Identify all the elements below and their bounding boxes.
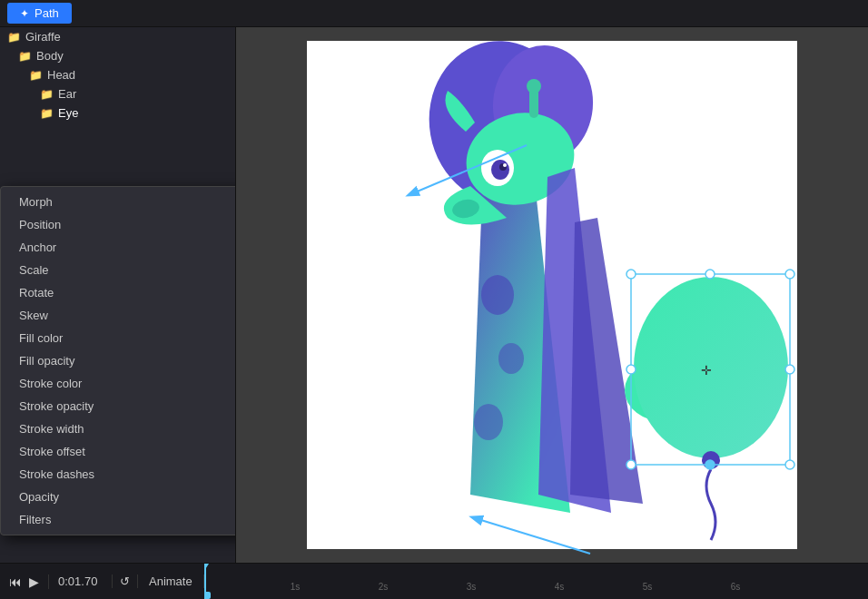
svg-point-24 <box>626 270 636 279</box>
ctx-fill-color[interactable]: Fill color ⇧ C <box>1 327 236 349</box>
tree-ear[interactable]: 📁 Ear <box>0 84 235 103</box>
eye-folder-icon: 📁 <box>40 107 54 120</box>
ctx-stroke-offset-label: Stroke offset <box>19 445 85 458</box>
canvas: ✛ <box>307 41 797 549</box>
timeline: ⏮ ▶ 0:01.70 ↺ Animate 1s 2s 3s 4s 5s 6s <box>0 563 868 599</box>
ctx-scale-label: Scale <box>19 263 49 277</box>
ruler-mark-5s: 5s <box>643 582 653 592</box>
ctx-opacity-label: Opacity <box>19 490 59 504</box>
svg-point-19 <box>498 343 524 374</box>
svg-point-30 <box>626 365 636 374</box>
ctx-fill-opacity-label: Fill opacity <box>19 354 74 368</box>
svg-point-25 <box>785 270 794 279</box>
ctx-filters-label: Filters <box>19 513 51 526</box>
tree-eye[interactable]: 📁 Eye <box>0 103 235 123</box>
ctx-stroke-opacity-label: Stroke opacity <box>19 399 94 413</box>
ctx-anchor[interactable]: Anchor ⇧ A <box>1 236 236 259</box>
ctx-stroke-offset[interactable]: Stroke offset ⇧ F <box>1 440 236 463</box>
svg-point-8 <box>491 160 509 180</box>
ctx-opacity[interactable]: Opacity ⇧ O <box>1 486 236 508</box>
ctx-filters[interactable]: Filters ⇧ L <box>1 508 236 531</box>
ctx-rotate-label: Rotate <box>19 286 54 300</box>
ctx-rotate[interactable]: Rotate ⇧ R <box>1 281 236 304</box>
svg-point-31 <box>785 365 794 374</box>
svg-point-10 <box>503 163 507 167</box>
main-area: 📁 Giraffe 📁 Body 📁 Head 📁 Ear 📁 Eye Morp… <box>0 27 868 563</box>
path-tab[interactable]: ✦ Path <box>7 3 72 24</box>
ruler: 1s 2s 3s 4s 5s 6s <box>204 564 868 599</box>
svg-point-18 <box>481 275 514 315</box>
ctx-stroke-width-label: Stroke width <box>19 422 84 436</box>
ctx-morph[interactable]: Morph ⇧ M <box>1 191 236 213</box>
ruler-mark-2s: 2s <box>379 582 389 592</box>
svg-point-13 <box>527 79 541 93</box>
svg-point-27 <box>785 460 794 469</box>
ruler-mark-1s: 1s <box>291 582 301 592</box>
giraffe-scene: ✛ <box>307 41 797 549</box>
canvas-area: ✛ <box>236 27 868 563</box>
head-folder-icon: 📁 <box>29 69 43 82</box>
ctx-morph-label: Morph <box>19 195 53 209</box>
svg-point-28 <box>705 270 715 279</box>
tree-head[interactable]: 📁 Head <box>0 65 235 84</box>
ctx-position[interactable]: Position ⇧ P <box>1 213 236 236</box>
ctx-scale[interactable]: Scale ⇧ S <box>1 259 236 281</box>
svg-text:✛: ✛ <box>701 363 712 378</box>
ruler-mark-6s: 6s <box>731 582 741 592</box>
ctx-stroke-color[interactable]: Stroke color ⇧ B <box>1 372 236 395</box>
play-button[interactable]: ▶ <box>29 574 39 589</box>
path-icon: ✦ <box>20 7 29 20</box>
timecode: 0:01.70 <box>49 574 113 588</box>
ctx-skew-label: Skew <box>19 309 48 322</box>
transport-controls: ⏮ ▶ <box>0 574 49 589</box>
context-menu: Morph ⇧ M Position ⇧ P Anchor ⇧ A Scale … <box>0 186 236 535</box>
ctx-stroke-opacity[interactable]: Stroke opacity <box>1 395 236 417</box>
animate-button[interactable]: Animate <box>138 574 204 588</box>
ctx-stroke-dashes-label: Stroke dashes <box>19 467 94 481</box>
sidebar: 📁 Giraffe 📁 Body 📁 Head 📁 Ear 📁 Eye Morp… <box>0 27 236 563</box>
path-tab-label: Path <box>35 6 59 20</box>
tree-giraffe[interactable]: 📁 Giraffe <box>0 27 235 46</box>
ctx-fill-opacity[interactable]: Fill opacity <box>1 349 236 372</box>
ctx-position-label: Position <box>19 218 61 231</box>
body-folder-icon: 📁 <box>18 50 32 63</box>
ctx-stroke-dashes[interactable]: Stroke dashes ⇧ D <box>1 463 236 486</box>
ear-folder-icon: 📁 <box>40 88 54 101</box>
svg-point-26 <box>626 460 636 469</box>
go-start-button[interactable]: ⏮ <box>9 574 22 589</box>
svg-point-29 <box>705 460 715 469</box>
ruler-mark-3s: 3s <box>467 582 477 592</box>
tree-body[interactable]: 📁 Body <box>0 46 235 65</box>
giraffe-folder-icon: 📁 <box>7 31 21 44</box>
top-bar: ✦ Path <box>0 0 868 27</box>
ruler-mark-4s: 4s <box>555 582 565 592</box>
loop-button[interactable]: ↺ <box>113 574 138 588</box>
ctx-stroke-width[interactable]: Stroke width ⇧ W <box>1 417 236 440</box>
ctx-stroke-color-label: Stroke color <box>19 377 82 390</box>
svg-point-20 <box>474 404 503 440</box>
ctx-fill-color-label: Fill color <box>19 331 63 345</box>
ctx-skew[interactable]: Skew ⇧ K <box>1 304 236 327</box>
ctx-anchor-label: Anchor <box>19 241 56 254</box>
